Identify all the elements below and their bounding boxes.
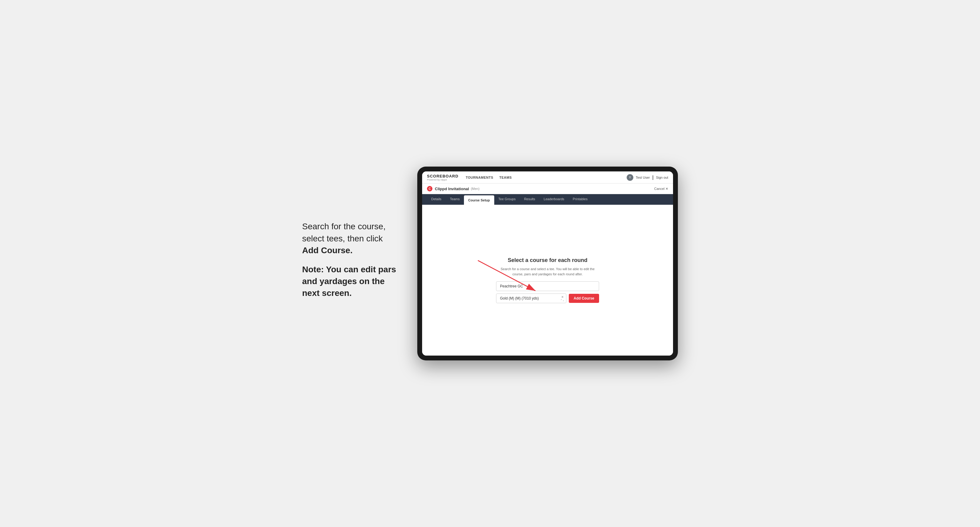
tournament-name: Clippd Invitational [435,187,469,191]
select-clear-icon[interactable]: ✕ [560,295,565,298]
top-nav: SCOREBOARD Powered by clippd TOURNAMENTS… [422,171,673,184]
logo-text: SCOREBOARD [427,174,458,178]
note-text: Note: You can edit pars and yardages on … [302,264,399,299]
nav-teams[interactable]: TEAMS [500,176,512,179]
nav-links: TOURNAMENTS TEAMS [466,176,627,179]
add-course-bold: Add Course. [302,246,352,255]
add-course-button[interactable]: Add Course [569,294,599,303]
logo-area: SCOREBOARD Powered by clippd [427,174,458,181]
tab-details[interactable]: Details [427,194,446,205]
course-setup-card: Select a course for each round Search fo… [496,257,599,303]
course-search-input[interactable] [496,281,599,291]
user-name: Test User [636,176,650,179]
tablet-screen: SCOREBOARD Powered by clippd TOURNAMENTS… [422,171,673,356]
tee-select[interactable]: Gold (M) (M) (7010 yds) [496,294,566,303]
tab-printables[interactable]: Printables [568,194,592,205]
instructions-panel: Search for the course, select tees, then… [302,221,399,306]
nav-separator: | [652,175,653,180]
tab-tee-groups[interactable]: Tee Groups [494,194,520,205]
user-avatar: T [627,174,633,181]
nav-tournaments[interactable]: TOURNAMENTS [466,176,493,179]
main-content: Select a course for each round Search fo… [422,205,673,356]
tee-select-row: Gold (M) (M) (7010 yds) ✕ ⌃⌄ Add Course [496,294,599,303]
tab-leaderboards[interactable]: Leaderboards [539,194,568,205]
tournament-logo-icon: C [427,186,433,191]
tournament-type: (Men) [471,187,480,190]
card-title: Select a course for each round [496,257,599,264]
tournament-header: C Clippd Invitational (Men) Cancel ✕ [422,184,673,194]
tablet-frame: SCOREBOARD Powered by clippd TOURNAMENTS… [417,167,678,360]
select-chevron-icon: ⌃⌄ [560,299,565,302]
tab-teams[interactable]: Teams [446,194,464,205]
tab-nav: Details Teams Course Setup Tee Groups Re… [422,194,673,205]
logo-sub: Powered by clippd [427,178,458,181]
nav-right: T Test User | Sign out [627,174,668,181]
tee-select-wrapper: Gold (M) (M) (7010 yds) ✕ ⌃⌄ [496,294,566,303]
cancel-button[interactable]: Cancel ✕ [654,187,668,191]
card-description: Search for a course and select a tee. Yo… [496,267,599,276]
tab-results[interactable]: Results [520,194,539,205]
select-controls: ✕ ⌃⌄ [560,295,565,302]
tab-course-setup[interactable]: Course Setup [464,195,494,205]
sign-out-link[interactable]: Sign out [656,176,668,179]
instruction-text: Search for the course, select tees, then… [302,221,399,256]
